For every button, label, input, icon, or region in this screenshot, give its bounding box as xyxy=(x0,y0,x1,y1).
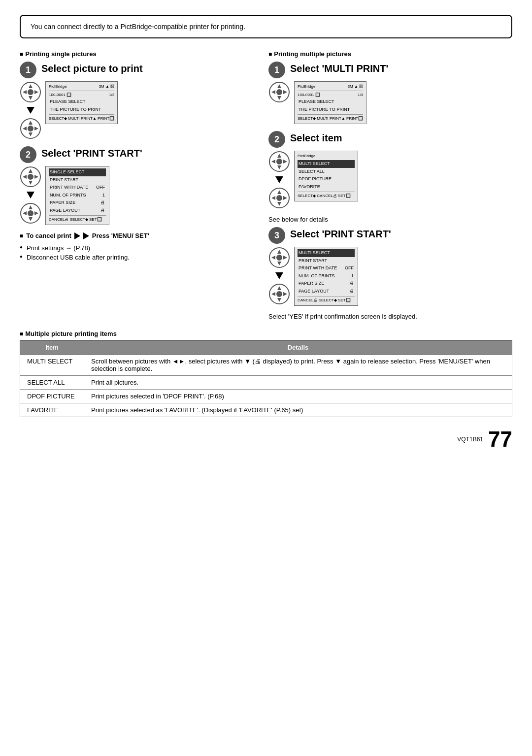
svg-marker-4 xyxy=(34,90,38,94)
svg-marker-15 xyxy=(23,175,27,179)
svg-marker-40 xyxy=(283,196,287,200)
table-row: FAVORITE Print pictures selected as 'FAV… xyxy=(20,403,512,417)
intro-text: You can connect directly to a PictBridge… xyxy=(31,23,245,31)
left-step2-screen: SINGLE SELECT PRINT START PRINT WITH DAT… xyxy=(45,166,109,225)
two-column-layout: Printing single pictures 1 Select pictur… xyxy=(20,50,512,320)
table-section: Multiple picture printing items Item Det… xyxy=(20,330,512,417)
right-step2-content: PictBridge MULTI SELECT SELECT ALL DPOF … xyxy=(268,151,358,209)
svg-marker-19 xyxy=(29,205,33,209)
left-step2-wrapper: 2 Select 'PRINT START' xyxy=(20,146,142,225)
cancel-note-heading: ■ To cancel print Press 'MENU/ SET' xyxy=(20,232,264,239)
svg-point-11 xyxy=(28,126,33,131)
svg-marker-34 xyxy=(283,160,287,164)
svg-marker-49 xyxy=(277,286,281,290)
svg-marker-27 xyxy=(271,90,275,94)
svg-marker-39 xyxy=(271,196,275,200)
page-number: 77 xyxy=(488,427,512,452)
table-cell-item: FAVORITE xyxy=(20,403,84,417)
right-step2-dpad xyxy=(268,151,290,209)
svg-marker-38 xyxy=(277,202,281,206)
left-step1-content: PictBridge 3M ▲ 囧 100-0001 🔲 1/3 PLEASE … xyxy=(20,81,143,139)
left-step1-wrapper: 1 Select picture to print xyxy=(20,62,143,139)
svg-marker-22 xyxy=(34,211,38,215)
yes-note: Select 'YES' if print confirmation scree… xyxy=(268,313,512,320)
left-step1-circle: 1 xyxy=(20,62,36,78)
left-heading: Printing single pictures xyxy=(20,50,264,58)
right-step1-screen: PictBridge 3M ▲ 囧 100-0001 🔲 1/3 PLEASE … xyxy=(294,81,366,124)
svg-marker-25 xyxy=(277,84,281,88)
right-step2-wrapper: 2 Select item xyxy=(268,131,358,209)
version-label: VQT1B61 xyxy=(457,436,483,443)
svg-marker-3 xyxy=(23,90,27,94)
svg-marker-33 xyxy=(271,160,275,164)
dpad-icon-4 xyxy=(20,202,41,224)
right-heading: Printing multiple pictures xyxy=(268,50,512,58)
left-step2-circle: 2 xyxy=(20,146,36,163)
table-row: DPOF PICTURE Print pictures selected in … xyxy=(20,390,512,403)
svg-point-23 xyxy=(28,210,33,216)
table-cell-item: SELECT ALL xyxy=(20,376,84,390)
svg-marker-31 xyxy=(277,154,281,158)
left-column: Printing single pictures 1 Select pictur… xyxy=(20,50,264,320)
left-step2-title: Select 'PRINT START' xyxy=(41,148,142,159)
left-step2-content: SINGLE SELECT PRINT START PRINT WITH DAT… xyxy=(20,166,142,225)
dpad-icon-3 xyxy=(20,166,41,188)
intro-box: You can connect directly to a PictBridge… xyxy=(20,15,512,38)
dpad-icon-5 xyxy=(268,81,290,103)
right-step3-content: MULTI SELECT PRINT START PRINT WITH DATE… xyxy=(268,247,391,306)
svg-point-53 xyxy=(276,291,282,297)
right-step3-circle: 3 xyxy=(268,227,285,244)
table-cell-details: Print pictures selected as 'FAVORITE'. (… xyxy=(84,403,512,417)
svg-marker-28 xyxy=(283,90,287,94)
right-step1-content: PictBridge 3M ▲ 囧 100-0001 🔲 1/3 PLEASE … xyxy=(268,81,388,124)
right-step2-screen: PictBridge MULTI SELECT SELECT ALL DPOF … xyxy=(294,151,358,201)
svg-marker-10 xyxy=(34,127,38,131)
right-step1: 1 Select 'MULTI PRINT' xyxy=(268,62,512,124)
right-step2: 2 Select item xyxy=(268,131,512,209)
svg-marker-9 xyxy=(23,127,27,131)
see-below-text: See below for details xyxy=(268,216,512,223)
dpad-icon xyxy=(20,81,41,103)
right-step2-title: Select item xyxy=(290,132,342,144)
svg-marker-7 xyxy=(29,121,33,125)
table-cell-item: DPOF PICTURE xyxy=(20,390,84,403)
svg-marker-8 xyxy=(29,132,33,136)
table-cell-details: Scroll between pictures with ◄►, select … xyxy=(84,355,512,376)
svg-marker-50 xyxy=(277,298,281,302)
arrow-right-icon-2 xyxy=(83,232,89,239)
svg-point-41 xyxy=(276,195,282,201)
left-step1-title: Select picture to print xyxy=(41,63,143,74)
dpad-icon-9 xyxy=(268,283,290,305)
bullet-item-1: Print settings → (P.78) xyxy=(20,244,264,252)
right-step3: 3 Select 'PRINT START' xyxy=(268,227,512,306)
dpad-icon-8 xyxy=(268,247,290,268)
right-step2-header: 2 Select item xyxy=(268,131,358,148)
page-footer: VQT1B61 77 xyxy=(20,427,512,452)
details-table: Item Details MULTI SELECT Scroll between… xyxy=(20,340,512,417)
left-step1-header: 1 Select picture to print xyxy=(20,62,143,78)
cancel-note-section: ■ To cancel print Press 'MENU/ SET' xyxy=(20,232,264,239)
svg-marker-26 xyxy=(277,96,281,100)
dpad-icon-6 xyxy=(268,151,290,172)
left-step2: 2 Select 'PRINT START' xyxy=(20,146,264,225)
table-cell-details: Print pictures selected in 'DPOF PRINT'.… xyxy=(84,390,512,403)
right-step3-screen: MULTI SELECT PRINT START PRINT WITH DATE… xyxy=(294,247,358,306)
svg-point-17 xyxy=(28,174,33,180)
right-step3-wrapper: 3 Select 'PRINT START' xyxy=(268,227,391,306)
svg-marker-13 xyxy=(29,169,33,173)
svg-marker-44 xyxy=(277,262,281,265)
left-step2-dpad xyxy=(20,166,41,224)
svg-point-47 xyxy=(276,255,282,261)
bullet-list: Print settings → (P.78) Disconnect USB c… xyxy=(20,244,264,261)
right-step3-dpad xyxy=(268,247,290,305)
left-step1-screen: PictBridge 3M ▲ 囧 100-0001 🔲 1/3 PLEASE … xyxy=(45,81,118,124)
table-row: MULTI SELECT Scroll between pictures wit… xyxy=(20,355,512,376)
svg-marker-16 xyxy=(34,175,38,179)
svg-point-5 xyxy=(28,89,33,95)
col-header-details: Details xyxy=(84,341,512,355)
arrow-right-icon xyxy=(74,232,80,239)
svg-marker-46 xyxy=(283,256,287,260)
left-step1: 1 Select picture to print xyxy=(20,62,264,139)
table-heading: Multiple picture printing items xyxy=(20,330,512,337)
arrow-down-icon-4 xyxy=(275,272,283,279)
